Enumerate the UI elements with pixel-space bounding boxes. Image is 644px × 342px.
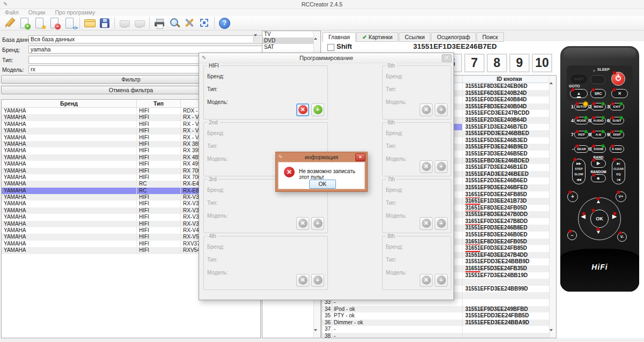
delete-remote-button[interactable]: ✕	[296, 103, 309, 116]
info-dialog-titlebar[interactable]: ✎ информация ×	[276, 152, 367, 162]
step-slow-button[interactable]: ▶▶ STEP SLOW ◀◀	[572, 159, 586, 184]
favorite-document-icon[interactable]: ★	[33, 17, 46, 29]
result-cell: HIFI	[137, 147, 181, 154]
dpad-down-button[interactable]: ▼	[596, 229, 601, 235]
button-id-cell: 31551EFCD3EE247BCDD	[463, 110, 556, 117]
exit-button[interactable]: EXIT	[610, 103, 624, 110]
print-icon[interactable]	[153, 17, 166, 29]
remote-shift-button[interactable]: SHIFT	[570, 74, 588, 84]
info-dialog: ✎ информация × ✕ Не возможно записать эт…	[275, 152, 368, 192]
volume-minus-button[interactable]: −	[567, 231, 577, 240]
id-table-row[interactable]: 38-	[322, 333, 556, 338]
dpad-left-button[interactable]: ◀	[581, 213, 586, 219]
clear-eq-button[interactable]: ▶| CLEAR EQ |◀	[612, 159, 625, 184]
open-folder-icon[interactable]	[83, 17, 96, 29]
zoom-button[interactable]: ZOOM	[591, 145, 606, 153]
eject-icon: ▲	[577, 91, 581, 98]
button-id-cell: 31551EF5D3EE246B3ED	[463, 137, 556, 144]
shift-checkbox[interactable]	[327, 44, 334, 51]
a-b-button[interactable]: A-B	[591, 131, 606, 138]
result-cell: HIFI	[137, 207, 181, 214]
volume-plus-button[interactable]: +	[567, 191, 578, 202]
delete-document-icon[interactable]: −	[48, 17, 61, 29]
group-8th: 8thБренд:Тип:Модель:✕+	[382, 236, 451, 290]
button-id-cell: 31551EFBD3EE246BDED	[463, 158, 556, 165]
edit-pencil-icon[interactable]	[3, 17, 16, 29]
power-button[interactable]	[611, 72, 625, 86]
menu-item[interactable]: Опции	[24, 9, 50, 16]
database-select[interactable]: Вся база данных	[28, 35, 262, 43]
scroll-up-icon[interactable]	[550, 76, 556, 82]
ii-ang-button[interactable]: II ANG	[610, 145, 624, 153]
id-table-row[interactable]: 36Dimmer - ok31551EFED3EE24BBA9D	[322, 319, 556, 326]
header-button-id[interactable]: ID кнопки	[463, 76, 556, 83]
src-button[interactable]: SRC	[590, 89, 606, 98]
result-cell: HIFI	[137, 200, 181, 207]
chevron-down-icon[interactable]	[253, 36, 261, 42]
setup-button[interactable]: SETUP	[574, 103, 589, 110]
tools-icon[interactable]	[183, 17, 196, 29]
tab-Картинки[interactable]: ✔Картинки	[356, 32, 398, 42]
v-minus-button[interactable]: V-	[617, 232, 627, 242]
ok-button[interactable]: OK	[590, 210, 609, 228]
tab-Поиск[interactable]: Поиск	[477, 32, 504, 42]
number-button-10[interactable]: 10	[532, 54, 552, 72]
device-list-item[interactable]: TV	[262, 31, 320, 38]
dpad-up-button[interactable]: ▲	[596, 198, 601, 204]
ok-button[interactable]: OK	[309, 180, 336, 189]
tab-Главная[interactable]: Главная	[323, 32, 356, 42]
stop-button[interactable]: ■	[591, 174, 606, 182]
scroll-down-icon[interactable]	[550, 331, 556, 338]
id-table-scrollbar[interactable]	[549, 76, 556, 338]
device-list-item[interactable]: DVD	[262, 38, 320, 44]
new-document-icon[interactable]: +	[18, 17, 31, 29]
device-list-item[interactable]: SAT	[262, 44, 320, 50]
remote-control-preview: SLEEP SHIFT GOTO ▲ SRC ✕ 1SETUP2MENU3EXI…	[560, 46, 639, 292]
search-icon[interactable]	[168, 17, 181, 29]
remote-blank-button[interactable]	[590, 75, 605, 84]
number-button-9[interactable]: 9	[509, 54, 530, 72]
disp-button[interactable]: DISP	[610, 131, 624, 138]
button-id-cell: 31551EF9D3EE246BFED	[463, 184, 556, 191]
id-table-row[interactable]: 35PTY - ok31551EFDD3EE24FBB5D	[322, 313, 556, 319]
header-type[interactable]: Тип	[137, 100, 181, 107]
delete-remote-button: ✕	[420, 160, 433, 173]
dpad-right-button[interactable]: ▶	[612, 213, 617, 219]
scroll-down-icon[interactable]	[314, 331, 320, 338]
delete-icon: ✕	[298, 219, 308, 228]
close-icon[interactable]: ×	[442, 54, 452, 62]
key-number-label: 7	[569, 132, 574, 137]
eject-button[interactable]: ▲	[570, 89, 588, 98]
subt-button[interactable]: SUBT	[610, 117, 624, 124]
sear-button[interactable]: SEAR	[574, 145, 589, 153]
id-table-row[interactable]: 34iPod - ok31551EF9D3EE249BFBD	[322, 306, 556, 313]
tab-Осцилограф[interactable]: Осцилограф	[431, 32, 476, 42]
header-brand[interactable]: Бренд	[2, 100, 137, 107]
mute-button[interactable]: ✕	[611, 89, 628, 98]
help-icon[interactable]: ?	[218, 17, 231, 29]
field-label: Бренд:	[207, 244, 224, 250]
rep-button[interactable]: REP	[574, 131, 589, 138]
scroll-up-icon[interactable]	[314, 31, 320, 38]
code-document-icon[interactable]: <>	[63, 17, 76, 29]
menu-button[interactable]: MENU	[591, 103, 606, 110]
add-remote-button[interactable]: +	[311, 103, 324, 116]
menu-item[interactable]: Файл	[0, 9, 24, 16]
result-cell: YAMAHA	[2, 128, 137, 134]
tab-Ссылки[interactable]: Ссылки	[399, 32, 430, 42]
tab-bar: Главная✔КартинкиСсылкиОсцилографПоиск	[323, 32, 504, 42]
v-plus-button[interactable]: V+	[616, 191, 626, 202]
result-cell: HIFI	[137, 121, 181, 128]
close-icon[interactable]: ×	[355, 153, 365, 161]
fit-window-icon[interactable]	[198, 17, 211, 29]
id-table-row[interactable]: 37-	[322, 326, 556, 333]
audio-button[interactable]: AUDIO	[591, 117, 606, 124]
programming-dialog-titlebar[interactable]: ✎ Программирование ×	[199, 53, 453, 63]
save-icon[interactable]	[98, 17, 111, 29]
number-button-8[interactable]: 8	[487, 54, 507, 72]
play-button[interactable]: ▶	[591, 159, 606, 168]
menu-item[interactable]: Про программу	[50, 9, 100, 16]
mode-button[interactable]: MODE	[574, 117, 589, 124]
row-number-cell: 34	[322, 306, 332, 313]
number-button-7[interactable]: 7	[464, 54, 485, 72]
